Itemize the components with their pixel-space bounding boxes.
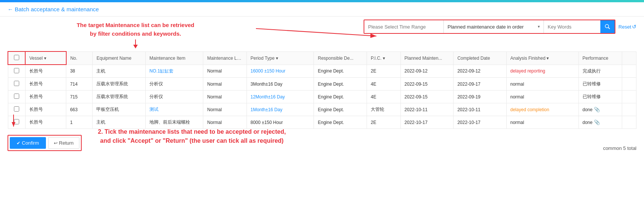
row-extra — [622, 91, 636, 103]
row-analysis: normal — [506, 116, 579, 129]
row-completed: 2022-09-17 — [454, 78, 507, 91]
col-header-maint-level: Maintenance Le... — [203, 51, 247, 65]
back-button[interactable]: ← Batch acceptance & maintenance — [8, 6, 99, 12]
bottom-annotation-text: 2. Tick the maintenance lists that need … — [98, 127, 286, 145]
table-row: 长胜号 38 主机 NO.1缸缸套 Normal 16000 ±150 Hour… — [8, 65, 636, 78]
row-vessel: 长胜号 — [25, 91, 66, 103]
maintenance-table: Vessel ▾ No. Equipment Name Maintenance … — [8, 51, 636, 129]
table-row: 长胜号 715 压载水管理系统 分析仪 Normal 12Month±16 Da… — [8, 91, 636, 103]
row-checkbox-0[interactable] — [14, 68, 19, 73]
row-resp: Engine Dept. — [314, 65, 367, 78]
col-header-period: Period Type ▾ — [247, 51, 314, 65]
clip-icon: 📎 — [594, 107, 600, 112]
row-maint-level: Normal — [203, 65, 247, 78]
row-maint-level: Normal — [203, 78, 247, 91]
total-count: common 5 total — [603, 145, 636, 151]
svg-line-3 — [256, 29, 376, 36]
row-analysis: normal — [506, 78, 579, 91]
row-period: 12Month±16 Day — [247, 91, 314, 103]
row-no: 714 — [66, 78, 93, 91]
row-analysis: delayed completion — [506, 103, 579, 116]
row-extra — [622, 65, 636, 78]
bottom-bar: ✔ Confirm ↩ Return 2. Tick the maintenan… — [0, 131, 644, 155]
row-vessel: 长胜号 — [25, 78, 66, 91]
row-performance: done 📎 — [579, 103, 622, 116]
row-period: 1Month±16 Day — [247, 103, 314, 116]
svg-point-4 — [605, 24, 609, 28]
sort-select-wrapper: Planned maintenance date in order ▼ — [444, 20, 544, 33]
reset-link[interactable]: Reset ↺ — [618, 24, 636, 30]
row-resp: Engine Dept. — [314, 103, 367, 116]
row-equip: 甲板空压机 — [93, 103, 146, 116]
row-checkbox-3[interactable] — [14, 106, 19, 112]
row-equip: 压载水管理系统 — [93, 78, 146, 91]
row-maint-item: 分析仪 — [146, 91, 203, 103]
row-no: 38 — [66, 65, 93, 78]
row-analysis: normal — [506, 91, 579, 103]
row-equip: 压载水管理系统 — [93, 91, 146, 103]
row-no: 715 — [66, 91, 93, 103]
row-equip: 主机 — [93, 116, 146, 129]
page-header: ← Batch acceptance & maintenance — [0, 2, 644, 17]
confirm-arrow — [6, 115, 21, 130]
row-pic: 大管轮 — [367, 103, 400, 116]
col-header-no: No. — [66, 51, 93, 65]
select-all-checkbox[interactable] — [14, 55, 19, 60]
reset-icon: ↺ — [632, 24, 636, 30]
row-vessel: 长胜号 — [25, 103, 66, 116]
row-extra — [622, 103, 636, 116]
annotation-text: The target Maintenance list can be retri… — [8, 21, 263, 38]
row-completed: 2022-10-17 — [454, 116, 507, 129]
row-check-cell — [8, 91, 25, 103]
sort-select[interactable]: Planned maintenance date in order — [444, 20, 544, 33]
row-planned: 2022-09-15 — [400, 78, 454, 91]
row-maint-level: Normal — [203, 91, 247, 103]
row-completed: 2022-09-12 — [454, 65, 507, 78]
col-header-planned: Planned Mainten... — [400, 51, 454, 65]
row-no: 1 — [66, 116, 93, 129]
row-equip: 主机 — [93, 65, 146, 78]
row-pic: 4E — [367, 91, 400, 103]
row-planned: 2022-09-12 — [400, 65, 454, 78]
filter-area: Planned maintenance date in order ▼ — [364, 20, 615, 34]
confirm-button[interactable]: ✔ Confirm — [10, 137, 46, 149]
row-pic: 2E — [367, 65, 400, 78]
annotation-arrow — [256, 25, 384, 44]
return-button[interactable]: ↩ Return — [48, 137, 79, 149]
row-completed: 2022-09-19 — [454, 91, 507, 103]
svg-line-5 — [608, 27, 610, 29]
row-maint-level: Normal — [203, 103, 247, 116]
row-resp: Engine Dept. — [314, 78, 367, 91]
row-checkbox-1[interactable] — [14, 81, 19, 86]
table-row: 长胜号 1 主机 地脚、前后末端螺栓 Normal 8000 ±150 Hour… — [8, 116, 636, 129]
annotation-callout: The target Maintenance list can be retri… — [8, 20, 263, 50]
row-performance: done 📎 — [579, 116, 622, 129]
row-performance: 完成执行 — [579, 65, 622, 78]
row-maint-item: 分析仪 — [146, 78, 203, 91]
row-no: 663 — [66, 103, 93, 116]
col-header-performance: Performance — [579, 51, 622, 65]
col-header-resp: Responsible De... — [314, 51, 367, 65]
row-pic: 2E — [367, 116, 400, 129]
row-resp: Engine Dept. — [314, 116, 367, 129]
return-icon: ↩ — [54, 141, 58, 146]
row-planned: 2022-10-11 — [400, 103, 454, 116]
search-button[interactable] — [600, 20, 615, 33]
col-header-analysis: Analysis Finished ▾ — [506, 51, 579, 65]
row-analysis: delayed reporting — [506, 65, 579, 78]
keyword-input[interactable] — [544, 20, 600, 33]
action-buttons-outline: ✔ Confirm ↩ Return — [8, 135, 82, 151]
col-header-pic: P.I.C. ▾ — [367, 51, 400, 65]
bottom-annotation: 2. Tick the maintenance lists that need … — [98, 127, 286, 145]
col-header-extra — [622, 51, 636, 65]
row-checkbox-2[interactable] — [14, 94, 19, 99]
row-maint-item: NO.1缸缸套 — [146, 65, 203, 78]
row-maint-item: 地脚、前后末端螺栓 — [146, 116, 203, 129]
col-header-check — [8, 51, 25, 65]
row-performance: 已转维修 — [579, 78, 622, 91]
col-header-vessel: Vessel ▾ — [25, 51, 66, 65]
clip-icon: 📎 — [594, 119, 600, 125]
row-maint-item: 测试 — [146, 103, 203, 116]
svg-marker-1 — [133, 45, 138, 48]
row-vessel: 长胜号 — [25, 116, 66, 129]
